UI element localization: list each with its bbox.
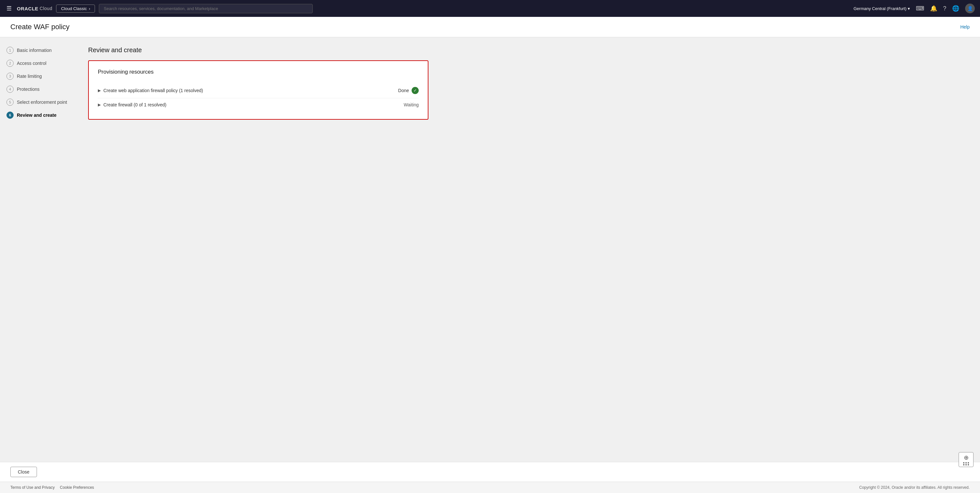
dot-4 (963, 464, 964, 466)
help-icon[interactable]: ? (943, 5, 946, 12)
done-status-label: Done (398, 88, 409, 93)
step-5-label: Select enforcement point (17, 100, 67, 105)
provisioning-item-firewall[interactable]: ▶ Create firewall (0 of 1 resolved) (98, 102, 167, 107)
waiting-status-label: Waiting (404, 102, 419, 107)
cloud-classic-label: Cloud Classic (61, 6, 86, 11)
section-title: Review and create (88, 46, 970, 54)
footer-links: Terms of Use and Privacy Cookie Preferen… (10, 485, 94, 490)
main-content: 1 Basic information 2 Access control 3 R… (0, 37, 980, 462)
step-6-circle: 6 (6, 112, 14, 119)
sidebar-item-protections[interactable]: 4 Protections (0, 83, 78, 96)
globe-icon[interactable]: 🌐 (952, 5, 959, 12)
cloud-classic-chevron: › (89, 6, 90, 11)
nav-right: Germany Central (Frankfurt) ▾ ⌨ 🔔 ? 🌐 👤 (854, 3, 975, 13)
search-input[interactable] (99, 4, 313, 13)
oracle-text: ORACLE (17, 6, 38, 11)
sidebar: 1 Basic information 2 Access control 3 R… (0, 37, 78, 462)
top-nav: ☰ ORACLE Cloud Cloud Classic › Germany C… (0, 0, 980, 17)
region-label: Germany Central (Frankfurt) (854, 6, 907, 11)
step-4-circle: 4 (6, 86, 14, 93)
provisioning-row-firewall: ▶ Create firewall (0 of 1 resolved) Wait… (98, 98, 419, 111)
life-ring-icon: ⊕ (964, 454, 969, 461)
dot-5 (966, 464, 967, 466)
provisioning-title: Provisioning resources (98, 69, 419, 75)
help-dots (963, 462, 969, 466)
page-title: Create WAF policy (10, 23, 70, 31)
dot-3 (968, 462, 969, 463)
footer-actions: Close (0, 462, 980, 482)
step-2-circle: 2 (6, 60, 14, 67)
step-6-label: Review and create (17, 113, 56, 118)
terminal-icon[interactable]: ⌨ (916, 5, 924, 12)
chevron-right-icon-2: ▶ (98, 102, 101, 107)
sidebar-item-enforcement-point[interactable]: 5 Select enforcement point (0, 96, 78, 108)
step-5-circle: 5 (6, 99, 14, 106)
step-4-label: Protections (17, 86, 40, 92)
sidebar-item-basic-information[interactable]: 1 Basic information (0, 44, 78, 57)
step-3-label: Rate limiting (17, 73, 42, 79)
step-3-circle: 3 (6, 73, 14, 80)
provisioning-box: Provisioning resources ▶ Create web appl… (88, 60, 428, 120)
cloud-text: Cloud (40, 6, 52, 11)
policy-item-label: Create web application firewall policy (… (103, 88, 203, 93)
cookie-link[interactable]: Cookie Preferences (60, 485, 94, 490)
avatar[interactable]: 👤 (965, 3, 975, 13)
sidebar-item-review-create[interactable]: 6 Review and create (0, 108, 78, 121)
region-chevron: ▾ (908, 6, 910, 11)
page-header: Create WAF policy Help (0, 17, 980, 37)
firewall-item-label: Create firewall (0 of 1 resolved) (103, 102, 167, 107)
content-area: Review and create Provisioning resources… (78, 37, 980, 462)
provisioning-row-policy: ▶ Create web application firewall policy… (98, 83, 419, 98)
provisioning-status-waiting: Waiting (404, 102, 419, 107)
close-button[interactable]: Close (10, 467, 37, 477)
page-footer: Terms of Use and Privacy Cookie Preferen… (0, 482, 980, 493)
chevron-right-icon: ▶ (98, 88, 101, 93)
oracle-logo: ORACLE Cloud (17, 6, 52, 11)
dot-1 (963, 462, 964, 463)
dot-2 (966, 462, 967, 463)
provisioning-status-done: Done ✓ (398, 87, 419, 94)
done-icon: ✓ (412, 87, 419, 94)
dot-6 (968, 464, 969, 466)
bell-icon[interactable]: 🔔 (930, 5, 937, 12)
step-1-circle: 1 (6, 47, 14, 54)
sidebar-item-access-control[interactable]: 2 Access control (0, 57, 78, 70)
floating-help-button[interactable]: ⊕ (959, 452, 974, 467)
cloud-classic-button[interactable]: Cloud Classic › (56, 5, 95, 13)
terms-link[interactable]: Terms of Use and Privacy (10, 485, 55, 490)
sidebar-item-rate-limiting[interactable]: 3 Rate limiting (0, 70, 78, 83)
region-selector[interactable]: Germany Central (Frankfurt) ▾ (854, 6, 910, 11)
help-link[interactable]: Help (960, 24, 970, 30)
copyright-text: Copyright © 2024, Oracle and/or its affi… (859, 485, 970, 490)
step-2-label: Access control (17, 61, 46, 66)
step-1-label: Basic information (17, 48, 51, 53)
provisioning-item-policy[interactable]: ▶ Create web application firewall policy… (98, 88, 203, 93)
hamburger-menu[interactable]: ☰ (5, 3, 13, 13)
